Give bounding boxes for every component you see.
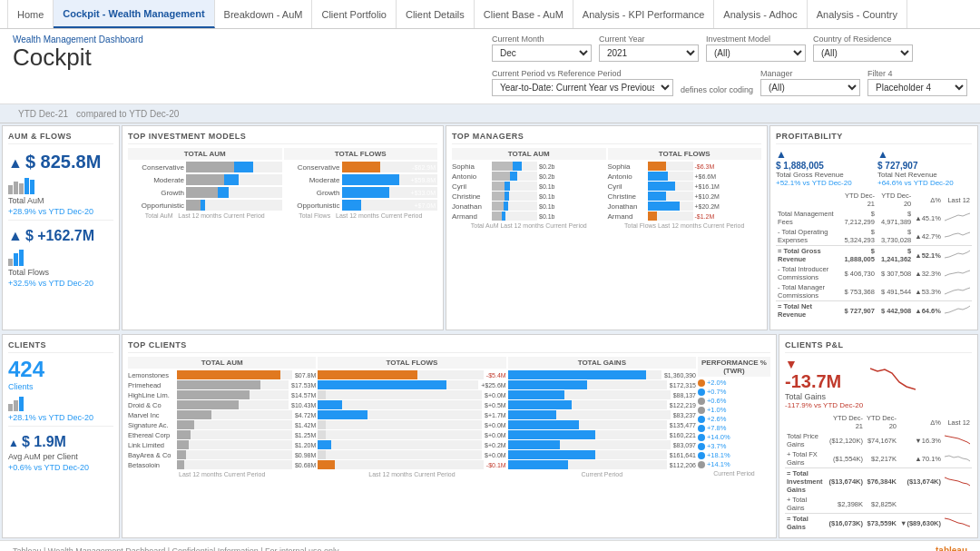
nav-breakdown[interactable]: Breakdown - AuM	[215, 0, 313, 28]
nav-bar: Home Cockpit - Wealth Management Breakdo…	[0, 0, 980, 29]
mgr-aum-bar-sophia	[492, 162, 537, 171]
cpnl-metric-left: ▼ -13.7M Total Gains -117.9% vs YTD Dec-…	[785, 357, 863, 409]
tc-fval-link: $+0.2M	[485, 442, 506, 448]
tc-gval-marvel: $83,237	[673, 412, 696, 418]
filter-manager-select[interactable]: (All)	[760, 79, 860, 96]
prof-ytd20-net: $ 442,908	[877, 301, 913, 320]
perf-dot-lemonstones	[698, 379, 705, 387]
prof-ytd21-intro: $ 406,730	[840, 264, 877, 282]
inv-flows-fill-g	[342, 187, 390, 198]
aum-change: +28.9% vs YTD Dec-20	[8, 207, 113, 216]
cpnl-value: -13.7M	[785, 371, 863, 392]
mgr-fval-jonathan: +$20.2M	[695, 203, 720, 210]
tc-fbar-bayarea	[318, 450, 482, 459]
filter-year-select[interactable]: 2021	[599, 44, 699, 62]
prof-delta-opex: ▲42.7%	[913, 227, 943, 246]
tc-flows-lemonstones: -$5.4M	[318, 370, 505, 379]
perf-val-link: +3.7%	[707, 442, 726, 450]
filter-month-select[interactable]: Dec	[492, 44, 592, 62]
prof-ytd21-mgr-comm: $ 753,368	[840, 282, 877, 301]
tc-aum-bar-primehead	[177, 380, 289, 389]
tc-gains-bayarea: $161,641	[508, 450, 696, 459]
nav-client-base[interactable]: Client Base - AuM	[475, 0, 573, 28]
tc-aum-bar-droid	[177, 400, 289, 409]
mgr-fbar-jonathan	[648, 202, 693, 211]
inv-flows-opportunistic: Opportunistic +$7.0M	[284, 200, 438, 211]
mgr-flows-subtitle: TOTAL FLOWS	[608, 148, 762, 160]
prof-ytd20-mgmt: $ 4,971,389	[877, 209, 913, 227]
gross-arrow: ▲	[776, 148, 870, 161]
mgr-flows-armand: Armand -$1.2M	[608, 212, 762, 221]
cpnl-title: CLIENTS P&L	[785, 340, 972, 353]
inv-row-moderate: Moderate	[128, 174, 282, 185]
filter-investment-model: Investment Model (All)	[706, 34, 806, 62]
cpnl-sparkline	[870, 364, 916, 393]
inv-flows-fill-m	[342, 174, 399, 185]
nav-client-portfolio[interactable]: Client Portfolio	[312, 0, 397, 28]
mgr-aum-val-jonathan: $0.1b	[539, 203, 555, 210]
tc-aum-val-bayarea: $0.98M	[295, 452, 316, 458]
nav-client-details[interactable]: Client Details	[397, 0, 475, 28]
tc-aum-val-lemonstones: $07.8M	[295, 372, 316, 379]
avg-aum-label: Avg AuM per Client	[8, 452, 113, 461]
perf-signature: +7.8%	[698, 424, 770, 432]
tc-fval-betasoloin: -$0.1M	[486, 462, 506, 468]
mgr-fname-jonathan: Jonathan	[608, 202, 646, 211]
sparkline-net	[945, 304, 970, 315]
perf-val-signature: +7.8%	[707, 424, 726, 432]
mgr-fval-cyril: +$16.1M	[695, 183, 720, 190]
footer-text: Tableau | Wealth Management Dashboard | …	[13, 546, 339, 552]
tc-gbar-highline	[508, 390, 671, 399]
filter-4-select[interactable]: Placeholder 4	[867, 79, 967, 96]
aum-flows-title: AuM & FLOWS	[8, 132, 113, 144]
cpnl-row-gains-other: + Total Gains $2,398K $2,825K	[785, 495, 972, 514]
spark-bar-4	[24, 178, 29, 194]
header-filters: Current Month Dec Current Year 2021 Inve…	[492, 34, 967, 96]
avg-aum-value: $ 1.9M	[22, 434, 66, 449]
gross-value: $ 1,888,005	[776, 161, 870, 171]
cpnl-row-total-gains: = Total Gains ($16,073K) $73,559K ▼($89,…	[785, 514, 972, 533]
avg-aum-metric: ▲ $ 1.9M	[8, 434, 113, 450]
filter-country-select[interactable]: (All)	[813, 44, 913, 62]
sparkline-gross	[945, 249, 970, 260]
inv-label-moderate: Moderate	[128, 176, 184, 184]
tc-gval-droid: $122,219	[670, 402, 696, 408]
nav-cockpit[interactable]: Cockpit - Wealth Management	[54, 0, 214, 28]
profitability-table: YTD Dec-21 YTD Dec-20 Δ% Last 12 Total M…	[776, 191, 972, 320]
mgr-row-sophia: Sophia $0.2b	[452, 162, 606, 171]
filter-period-select[interactable]: Year-to-Date: Current Year vs Previous Y…	[492, 79, 673, 96]
nav-analysis-adhoc[interactable]: Analysis - Adhoc	[714, 0, 807, 28]
filter-current-month: Current Month Dec	[492, 34, 592, 62]
cpnl-last12-inv-gains	[943, 468, 972, 496]
prof-ytd21-mgmt: $ 7,212,299	[840, 209, 877, 227]
filter-4: Filter 4 Placeholder 4	[867, 69, 967, 96]
tc-aum-val-ethereal: $1.25M	[295, 432, 316, 438]
filter-manager: Manager (All)	[760, 69, 860, 96]
mgr-aum-bar-armand	[492, 212, 537, 221]
inv-bar-growth	[186, 187, 282, 198]
perf-highline: +0.6%	[698, 397, 770, 405]
tc-name-ethereal: Ethereal Corp	[128, 431, 175, 439]
inv-bar-blue-moderate	[224, 174, 239, 185]
filter-manager-label: Manager	[760, 69, 860, 78]
tc-aum-signature: Signature Ac. $1.42M	[128, 420, 316, 429]
tc-flows-marvel: $+1.7M	[318, 410, 505, 419]
mgr-fname-sophia: Sophia	[608, 162, 646, 171]
cpnl-ytd21-price: ($12,120K)	[827, 431, 865, 449]
filter-inv-select[interactable]: (All)	[706, 44, 806, 62]
nav-home[interactable]: Home	[7, 0, 54, 28]
tc-aum-val-marvel: $4.72M	[295, 412, 316, 418]
nav-analysis-kpi[interactable]: Analysis - KPI Performance	[573, 0, 715, 28]
prof-col-delta: Δ%	[913, 191, 943, 209]
mgr-fname-antonio: Antonio	[608, 172, 646, 181]
cpnl-ytd20-gains-other: $2,825K	[865, 495, 898, 514]
tc-name-betasoloin: Betasoloin	[128, 461, 175, 469]
inv-aum-axis: Total AuM Last 12 months Current Period	[128, 212, 282, 219]
mgr-fval-antonio: +$6.6M	[695, 173, 717, 180]
gross-label: Total Gross Revenue	[776, 171, 870, 179]
cpnl-ytd21-gains-other: $2,398K	[827, 495, 865, 514]
inv-label-opportunistic: Opportunistic	[128, 202, 184, 210]
nav-analysis-country[interactable]: Analysis - Country	[808, 0, 907, 28]
tc-gval-primehead: $172,315	[670, 382, 696, 389]
perf-lemonstones: +2.0%	[698, 379, 770, 387]
